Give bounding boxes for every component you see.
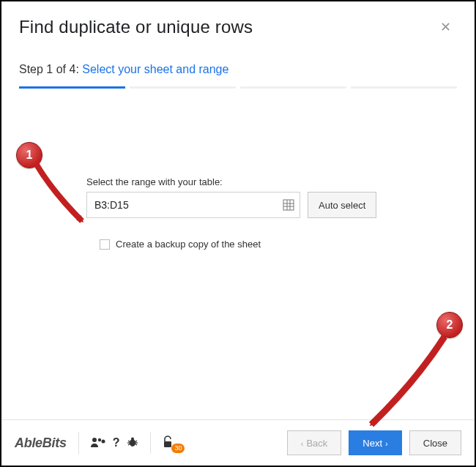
dialog-title: Find duplicate or unique rows — [19, 17, 253, 37]
progress-seg-4 — [351, 86, 457, 89]
progress-bar — [1, 82, 475, 89]
step-link[interactable]: Select your sheet and range — [82, 63, 228, 75]
step-indicator: Step 1 of 4: Select your sheet and range — [1, 42, 475, 82]
trial-badge: 30 — [171, 444, 185, 453]
back-button-label: Back — [306, 438, 327, 449]
svg-line-12 — [128, 444, 130, 445]
svg-line-13 — [135, 444, 137, 445]
step-prefix: Step 1 of 4: — [19, 63, 82, 75]
progress-seg-3 — [240, 86, 346, 89]
close-icon[interactable]: ✕ — [434, 16, 457, 38]
bug-icon[interactable] — [127, 436, 138, 450]
next-button[interactable]: Next› — [349, 430, 401, 455]
progress-seg-2 — [130, 86, 236, 89]
progress-seg-1 — [19, 86, 125, 89]
select-range-icon[interactable] — [283, 199, 294, 211]
close-button[interactable]: Close — [409, 430, 461, 455]
brand-logo: AbleBits — [15, 436, 67, 451]
annotation-badge-2: 2 — [436, 312, 463, 338]
svg-point-7 — [101, 439, 105, 443]
range-input[interactable] — [86, 192, 300, 218]
backup-label: Create a backup copy of the sheet — [116, 239, 261, 250]
svg-rect-16 — [164, 441, 171, 447]
back-button[interactable]: ‹Back — [287, 430, 342, 455]
backup-checkbox[interactable] — [100, 239, 110, 250]
next-button-label: Next — [362, 438, 382, 449]
auto-select-button[interactable]: Auto select — [308, 192, 376, 218]
divider — [150, 432, 151, 454]
lock-icon[interactable]: 30 — [163, 436, 179, 450]
help-icon[interactable]: ? — [113, 437, 120, 449]
svg-line-11 — [135, 441, 137, 442]
range-label: Select the range with your table: — [86, 176, 457, 187]
users-icon[interactable] — [91, 437, 105, 449]
svg-line-10 — [128, 441, 130, 442]
divider — [78, 432, 79, 454]
svg-point-5 — [92, 438, 97, 442]
svg-point-9 — [131, 437, 134, 440]
svg-point-6 — [97, 438, 100, 441]
svg-rect-0 — [283, 200, 294, 210]
